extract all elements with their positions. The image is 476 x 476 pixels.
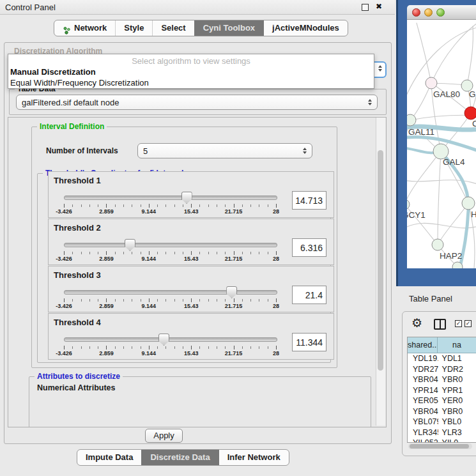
table-cell: YBL079W <box>408 417 438 427</box>
tick-label: 9.144 <box>142 256 157 262</box>
table-row[interactable]: YER054CYER0 <box>408 395 476 406</box>
threshold-label: Threshold 1 <box>54 176 101 185</box>
network-node-gal80[interactable] <box>426 77 437 89</box>
close-icon[interactable]: ✖ <box>376 2 382 11</box>
dropdown-option-manual[interactable]: Manual Discretization <box>8 66 374 77</box>
network-edge[interactable] <box>410 83 431 120</box>
zoom-traffic-light-icon[interactable] <box>436 8 445 17</box>
close-traffic-light-icon[interactable] <box>412 8 420 17</box>
scrollbar-thumb[interactable] <box>378 150 383 371</box>
tab-select[interactable]: Select <box>152 20 194 36</box>
slider-track[interactable] <box>64 290 277 295</box>
slider-track[interactable] <box>64 196 277 200</box>
tab-impute-data[interactable]: Impute Data <box>77 450 141 465</box>
table-cell: YLR3 <box>438 427 476 438</box>
tab-label: Impute Data <box>86 450 133 465</box>
tab-cyni-toolbox[interactable]: Cyni Toolbox <box>194 20 263 36</box>
tick-label: -3.426 <box>56 303 72 309</box>
threshold-panel-1: Threshold 1-3.4262.8599.14415.4321.71528… <box>48 171 334 218</box>
column-layout-icon[interactable] <box>434 319 446 330</box>
column-header[interactable]: shared... <box>408 337 438 353</box>
table-row[interactable]: YPR145WYPR1 <box>408 385 476 396</box>
table-cell: YLR345W <box>408 427 438 438</box>
network-node-c[interactable] <box>464 107 476 119</box>
table-row[interactable]: YIL052CYIL0 <box>408 438 476 443</box>
network-canvas[interactable]: GAL80GCGAL11GAL4GCY1HHAP2 <box>407 20 476 268</box>
checkbox-icon[interactable]: ✓ <box>455 320 462 327</box>
threshold-value-field[interactable]: 14.713 <box>292 191 326 210</box>
table-horizontal-scrollbar[interactable] <box>408 443 472 449</box>
threshold-slider[interactable]: -3.4262.8599.14415.4321.71528 <box>64 237 276 261</box>
tab-label: Style <box>124 20 144 36</box>
network-graph: GAL80GCGAL11GAL4GCY1HHAP2 <box>407 20 476 268</box>
table-cell: YIL052C <box>408 438 438 443</box>
tick-label: 28 <box>273 350 279 357</box>
tick-label: 9.144 <box>142 350 157 357</box>
tab-style[interactable]: Style <box>115 20 152 36</box>
network-edge[interactable] <box>438 203 468 245</box>
control-panel-title: Control Panel <box>5 3 56 12</box>
table-row[interactable]: YDL19...YDL1 <box>408 353 476 364</box>
screen: { "control_panel": { "title": "Control P… <box>0 0 476 476</box>
table-cell: YDR2 <box>438 364 476 375</box>
table-row[interactable]: YBR045CYBR0 <box>408 406 476 417</box>
network-edge[interactable] <box>438 151 441 245</box>
tab-label: Network <box>74 20 107 36</box>
table-panel-title: Table Panel <box>409 294 452 303</box>
tick-label: 21.715 <box>225 303 243 309</box>
table-cell: YBL0 <box>438 417 476 427</box>
table-cell: YPR1 <box>438 385 476 396</box>
network-window[interactable]: GAL80GCGAL11GAL4GCY1HHAP2 <box>396 0 476 286</box>
gear-icon[interactable]: ⚙ <box>411 316 422 330</box>
slider-thumb[interactable] <box>158 334 169 346</box>
threshold-value-field[interactable]: 11.344 <box>292 333 326 351</box>
table-row[interactable]: YBR043CYBR0 <box>408 374 476 385</box>
tick-label: 2.859 <box>99 256 114 262</box>
tick-label: 28 <box>273 256 279 262</box>
float-window-icon[interactable] <box>362 4 369 11</box>
dropdown-option-equal-width[interactable]: Equal Width/Frequency Discretization <box>8 77 374 88</box>
tab-infer-network[interactable]: Infer Network <box>219 450 289 465</box>
threshold-value-field[interactable]: 6.316 <box>292 238 326 257</box>
bottom-tab-bar: Impute DataDiscretize DataInfer Network <box>77 449 289 466</box>
network-node-gcy1[interactable] <box>407 199 410 210</box>
threshold-panel-4: Threshold 4-3.4262.8599.14415.4321.71528… <box>48 313 334 360</box>
tab-jactivemnodules[interactable]: jActiveMNodules <box>263 20 348 36</box>
network-edge[interactable] <box>407 151 441 204</box>
threshold-slider[interactable]: -3.4262.8599.14415.4321.71528 <box>64 332 276 356</box>
threshold-label: Threshold 3 <box>54 270 101 280</box>
table-row[interactable]: YBL079WYBL0 <box>408 417 476 427</box>
threshold-value-field[interactable]: 21.4 <box>292 286 326 304</box>
network-node-hap2[interactable] <box>432 239 443 250</box>
table-row[interactable]: YDR27...YDR2 <box>408 364 476 375</box>
table-cell: YIL0 <box>438 438 476 443</box>
threshold-slider[interactable]: -3.4262.8599.14415.4321.71528 <box>64 190 276 214</box>
apply-button[interactable]: Apply <box>145 429 183 443</box>
tick-label: -3.426 <box>56 350 72 357</box>
table-cell: YER054C <box>408 395 438 406</box>
minimize-traffic-light-icon[interactable] <box>424 8 433 17</box>
threshold-slider[interactable]: -3.4262.8599.14415.4321.71528 <box>64 284 276 309</box>
tab-discretize-data[interactable]: Discretize Data <box>141 450 218 465</box>
panel-scrollbar[interactable] <box>376 118 385 426</box>
network-node-h[interactable] <box>462 197 475 210</box>
number-of-intervals-spinner[interactable]: 5 <box>137 143 312 158</box>
scrollbar-thumb[interactable] <box>410 444 469 449</box>
tab-network[interactable]: Network <box>54 20 115 36</box>
slider-tick-labels: -3.4262.8599.14415.4321.71528 <box>64 256 276 262</box>
table-data-combobox[interactable]: galFiltered.sif default node <box>16 95 378 110</box>
tick-label: 15.43 <box>184 208 199 215</box>
network-edge[interactable] <box>417 23 431 83</box>
tick-label: 28 <box>273 303 279 309</box>
network-node-gal11[interactable] <box>407 114 416 126</box>
slider-thumb[interactable] <box>125 239 135 251</box>
control-panel-titlebar: Control Panel ✖ <box>0 0 395 15</box>
slider-track[interactable] <box>64 337 277 342</box>
column-header[interactable]: na <box>438 337 476 353</box>
slider-track[interactable] <box>64 243 277 247</box>
network-edge[interactable] <box>467 26 473 86</box>
table-row[interactable]: YLR345WYLR3 <box>408 427 476 438</box>
checkbox-icon[interactable]: ✓ <box>464 320 472 327</box>
slider-thumb[interactable] <box>226 286 237 298</box>
slider-thumb[interactable] <box>181 192 192 204</box>
